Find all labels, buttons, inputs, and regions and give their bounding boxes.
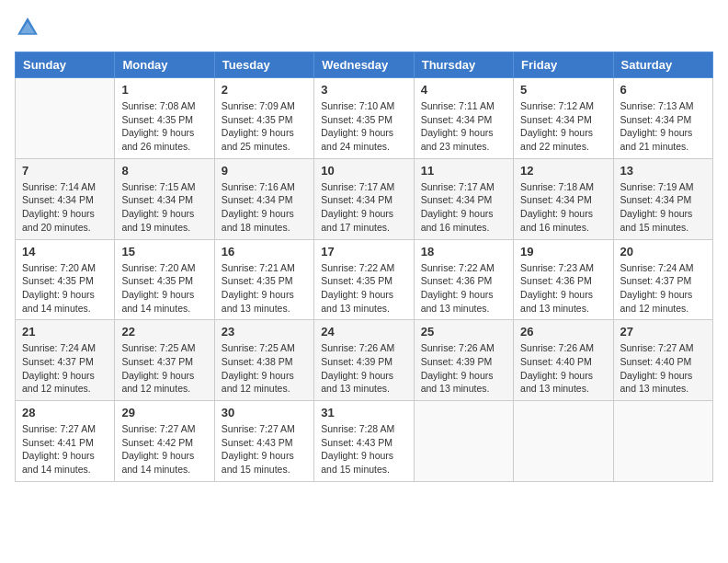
day-number: 25 — [421, 325, 506, 339]
calendar-cell — [613, 401, 712, 482]
day-info: Sunrise: 7:24 AMSunset: 4:37 PMDaylight:… — [22, 341, 108, 396]
calendar-week-row: 21Sunrise: 7:24 AMSunset: 4:37 PMDayligh… — [16, 320, 713, 401]
day-number: 9 — [222, 164, 307, 178]
day-number: 16 — [222, 245, 307, 259]
day-number: 22 — [121, 325, 207, 339]
day-number: 15 — [121, 245, 207, 259]
calendar-cell: 24Sunrise: 7:26 AMSunset: 4:39 PMDayligh… — [314, 320, 414, 401]
day-number: 11 — [421, 164, 506, 178]
calendar-cell: 30Sunrise: 7:27 AMSunset: 4:43 PMDayligh… — [214, 401, 313, 482]
day-info: Sunrise: 7:24 AMSunset: 4:37 PMDaylight:… — [620, 261, 706, 316]
calendar-cell: 15Sunrise: 7:20 AMSunset: 4:35 PMDayligh… — [115, 239, 214, 320]
day-info: Sunrise: 7:27 AMSunset: 4:40 PMDaylight:… — [620, 341, 706, 396]
day-info: Sunrise: 7:23 AMSunset: 4:36 PMDaylight:… — [520, 261, 606, 316]
day-info: Sunrise: 7:18 AMSunset: 4:34 PMDaylight:… — [520, 180, 606, 235]
day-number: 26 — [520, 325, 606, 339]
calendar-week-row: 28Sunrise: 7:27 AMSunset: 4:41 PMDayligh… — [16, 401, 713, 482]
calendar-cell: 11Sunrise: 7:17 AMSunset: 4:34 PMDayligh… — [414, 158, 513, 239]
calendar-cell: 26Sunrise: 7:26 AMSunset: 4:40 PMDayligh… — [514, 320, 613, 401]
day-number: 24 — [321, 325, 406, 339]
day-number: 2 — [222, 83, 307, 97]
day-info: Sunrise: 7:20 AMSunset: 4:35 PMDaylight:… — [121, 261, 207, 316]
day-info: Sunrise: 7:28 AMSunset: 4:43 PMDaylight:… — [321, 422, 406, 477]
calendar-cell: 3Sunrise: 7:10 AMSunset: 4:35 PMDaylight… — [314, 78, 414, 159]
calendar-cell: 1Sunrise: 7:08 AMSunset: 4:35 PMDaylight… — [115, 78, 214, 159]
calendar-cell: 28Sunrise: 7:27 AMSunset: 4:41 PMDayligh… — [16, 401, 115, 482]
day-number: 29 — [121, 406, 207, 419]
calendar-cell — [16, 78, 115, 159]
weekday-header-sunday: Sunday — [16, 52, 115, 78]
weekday-header-friday: Friday — [514, 52, 613, 78]
calendar-cell: 17Sunrise: 7:22 AMSunset: 4:35 PMDayligh… — [314, 239, 414, 320]
logo-icon — [15, 15, 40, 40]
calendar-cell: 19Sunrise: 7:23 AMSunset: 4:36 PMDayligh… — [514, 239, 613, 320]
page-header — [15, 15, 713, 40]
day-number: 8 — [121, 164, 207, 178]
calendar-cell: 29Sunrise: 7:27 AMSunset: 4:42 PMDayligh… — [115, 401, 214, 482]
day-info: Sunrise: 7:09 AMSunset: 4:35 PMDaylight:… — [222, 99, 307, 154]
day-number: 21 — [22, 325, 108, 339]
calendar-cell: 21Sunrise: 7:24 AMSunset: 4:37 PMDayligh… — [16, 320, 115, 401]
day-info: Sunrise: 7:26 AMSunset: 4:40 PMDaylight:… — [520, 341, 606, 396]
day-info: Sunrise: 7:12 AMSunset: 4:34 PMDaylight:… — [520, 99, 606, 154]
day-number: 31 — [321, 406, 406, 419]
calendar-cell: 14Sunrise: 7:20 AMSunset: 4:35 PMDayligh… — [16, 239, 115, 320]
calendar-cell: 4Sunrise: 7:11 AMSunset: 4:34 PMDaylight… — [414, 78, 513, 159]
day-number: 17 — [321, 245, 406, 259]
day-info: Sunrise: 7:27 AMSunset: 4:41 PMDaylight:… — [22, 422, 108, 477]
day-info: Sunrise: 7:26 AMSunset: 4:39 PMDaylight:… — [421, 341, 506, 396]
weekday-header-thursday: Thursday — [414, 52, 513, 78]
day-info: Sunrise: 7:26 AMSunset: 4:39 PMDaylight:… — [321, 341, 406, 396]
calendar-cell: 23Sunrise: 7:25 AMSunset: 4:38 PMDayligh… — [214, 320, 313, 401]
calendar-cell: 31Sunrise: 7:28 AMSunset: 4:43 PMDayligh… — [314, 401, 414, 482]
logo — [15, 15, 44, 40]
day-info: Sunrise: 7:17 AMSunset: 4:34 PMDaylight:… — [421, 180, 506, 235]
day-info: Sunrise: 7:16 AMSunset: 4:34 PMDaylight:… — [222, 180, 307, 235]
day-info: Sunrise: 7:20 AMSunset: 4:35 PMDaylight:… — [22, 261, 108, 316]
calendar-cell: 20Sunrise: 7:24 AMSunset: 4:37 PMDayligh… — [613, 239, 712, 320]
calendar-cell: 6Sunrise: 7:13 AMSunset: 4:34 PMDaylight… — [613, 78, 712, 159]
day-info: Sunrise: 7:13 AMSunset: 4:34 PMDaylight:… — [620, 99, 706, 154]
day-number: 23 — [222, 325, 307, 339]
day-number: 4 — [421, 83, 506, 97]
day-info: Sunrise: 7:27 AMSunset: 4:42 PMDaylight:… — [121, 422, 207, 477]
calendar-cell — [514, 401, 613, 482]
weekday-header-monday: Monday — [115, 52, 214, 78]
day-number: 12 — [520, 164, 606, 178]
calendar-table: SundayMondayTuesdayWednesdayThursdayFrid… — [15, 52, 713, 482]
calendar-cell — [414, 401, 513, 482]
day-number: 18 — [421, 245, 506, 259]
day-info: Sunrise: 7:15 AMSunset: 4:34 PMDaylight:… — [121, 180, 207, 235]
day-number: 10 — [321, 164, 406, 178]
calendar-cell: 18Sunrise: 7:22 AMSunset: 4:36 PMDayligh… — [414, 239, 513, 320]
day-info: Sunrise: 7:25 AMSunset: 4:37 PMDaylight:… — [121, 341, 207, 396]
day-info: Sunrise: 7:14 AMSunset: 4:34 PMDaylight:… — [22, 180, 108, 235]
day-number: 30 — [222, 406, 307, 419]
day-number: 6 — [620, 83, 706, 97]
day-number: 19 — [520, 245, 606, 259]
calendar-cell: 7Sunrise: 7:14 AMSunset: 4:34 PMDaylight… — [16, 158, 115, 239]
calendar-cell: 5Sunrise: 7:12 AMSunset: 4:34 PMDaylight… — [514, 78, 613, 159]
day-number: 1 — [121, 83, 207, 97]
day-info: Sunrise: 7:19 AMSunset: 4:34 PMDaylight:… — [620, 180, 706, 235]
day-number: 20 — [620, 245, 706, 259]
day-info: Sunrise: 7:11 AMSunset: 4:34 PMDaylight:… — [421, 99, 506, 154]
calendar-cell: 22Sunrise: 7:25 AMSunset: 4:37 PMDayligh… — [115, 320, 214, 401]
day-info: Sunrise: 7:22 AMSunset: 4:36 PMDaylight:… — [421, 261, 506, 316]
day-info: Sunrise: 7:22 AMSunset: 4:35 PMDaylight:… — [321, 261, 406, 316]
day-info: Sunrise: 7:17 AMSunset: 4:34 PMDaylight:… — [321, 180, 406, 235]
calendar-cell: 27Sunrise: 7:27 AMSunset: 4:40 PMDayligh… — [613, 320, 712, 401]
day-number: 13 — [620, 164, 706, 178]
day-info: Sunrise: 7:08 AMSunset: 4:35 PMDaylight:… — [121, 99, 207, 154]
calendar-week-row: 14Sunrise: 7:20 AMSunset: 4:35 PMDayligh… — [16, 239, 713, 320]
calendar-cell: 12Sunrise: 7:18 AMSunset: 4:34 PMDayligh… — [514, 158, 613, 239]
day-number: 14 — [22, 245, 108, 259]
calendar-cell: 16Sunrise: 7:21 AMSunset: 4:35 PMDayligh… — [214, 239, 313, 320]
calendar-cell: 2Sunrise: 7:09 AMSunset: 4:35 PMDaylight… — [214, 78, 313, 159]
calendar-cell: 25Sunrise: 7:26 AMSunset: 4:39 PMDayligh… — [414, 320, 513, 401]
day-info: Sunrise: 7:21 AMSunset: 4:35 PMDaylight:… — [222, 261, 307, 316]
day-number: 5 — [520, 83, 606, 97]
day-info: Sunrise: 7:10 AMSunset: 4:35 PMDaylight:… — [321, 99, 406, 154]
day-number: 3 — [321, 83, 406, 97]
day-number: 7 — [22, 164, 108, 178]
